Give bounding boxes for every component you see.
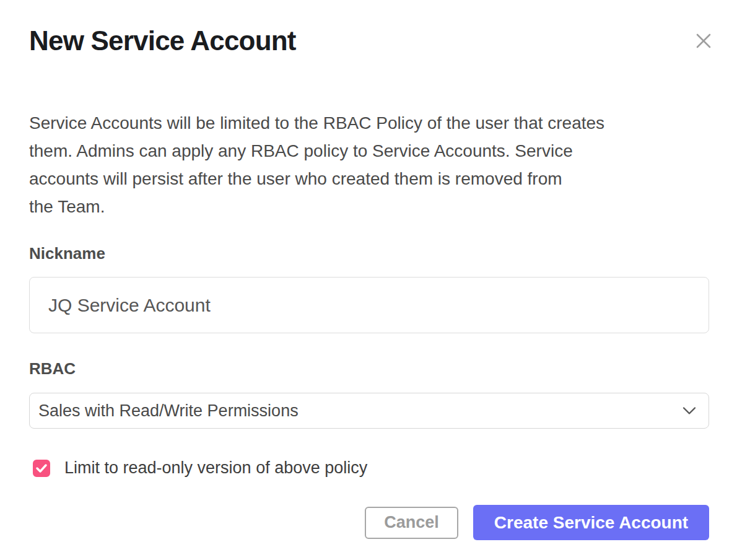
nickname-label: Nickname <box>29 244 709 263</box>
create-service-account-button[interactable]: Create Service Account <box>473 505 709 540</box>
read-only-checkbox[interactable] <box>33 460 50 477</box>
x-icon <box>694 32 713 50</box>
rbac-label: RBAC <box>29 359 709 378</box>
description-line: them. Admins can apply any RBAC policy t… <box>29 137 709 165</box>
description-line: accounts will persist after the user who… <box>29 165 709 193</box>
check-icon <box>36 464 47 473</box>
nickname-input[interactable] <box>29 277 709 333</box>
rbac-select[interactable]: Sales with Read/Write Permissions <box>29 393 709 429</box>
cancel-button[interactable]: Cancel <box>365 507 458 539</box>
description-line: Service Accounts will be limited to the … <box>29 109 709 137</box>
modal-description: Service Accounts will be limited to the … <box>29 109 709 221</box>
new-service-account-modal: New Service Account Service Accounts wil… <box>0 0 737 560</box>
rbac-selected-value: Sales with Read/Write Permissions <box>38 401 299 421</box>
read-only-checkbox-label: Limit to read-only version of above poli… <box>64 458 367 478</box>
close-button[interactable] <box>690 27 717 55</box>
description-line: the Team. <box>29 193 709 221</box>
read-only-checkbox-row[interactable]: Limit to read-only version of above poli… <box>33 458 709 478</box>
modal-title: New Service Account <box>29 0 709 57</box>
modal-actions: Cancel Create Service Account <box>29 505 709 540</box>
chevron-down-icon <box>682 407 696 415</box>
